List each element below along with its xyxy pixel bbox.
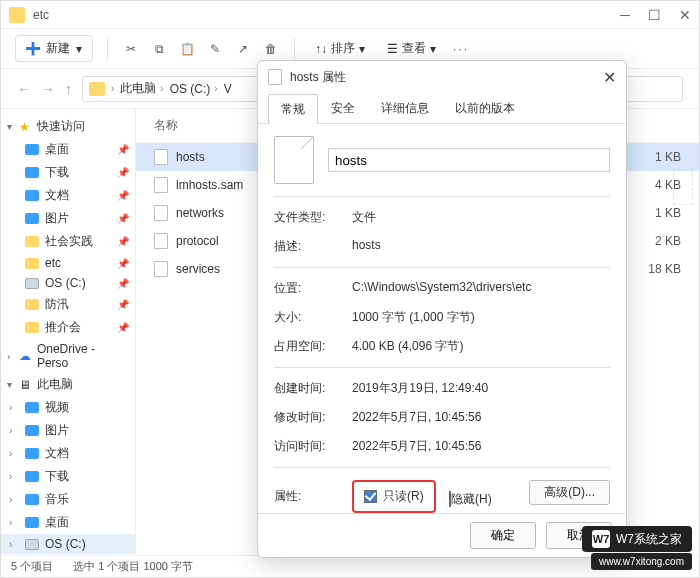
folder-icon [89,82,105,96]
forward-button[interactable]: → [41,81,55,97]
sidebar-item[interactable]: ›OS (C:) [1,534,135,554]
pin-icon: 📌 [117,258,129,269]
sort-button[interactable]: ↑↓ 排序 ▾ [309,40,371,57]
tab-details[interactable]: 详细信息 [368,93,442,123]
attributes-label: 属性: [274,488,352,505]
sidebar-item[interactable]: ›文档 [1,442,135,465]
ok-button[interactable]: 确定 [470,522,536,549]
new-label: 新建 [46,40,70,57]
folder-icon [25,425,39,436]
sidebar-item[interactable]: 桌面📌 [1,138,135,161]
breadcrumb-seg[interactable]: V [224,82,232,96]
caret-right-icon: › [9,494,17,505]
sidebar-item[interactable]: 社会实践📌 [1,230,135,253]
view-button[interactable]: ☰ 查看 ▾ [381,40,442,57]
size-value: 1000 字节 (1,000 字节) [352,309,610,326]
sort-label: 排序 [331,40,355,57]
file-name: networks [176,206,224,220]
titlebar: etc ─ ☐ ✕ [1,1,699,29]
quick-access-header[interactable]: ▾ ★ 快速访问 [1,115,135,138]
sidebar-item[interactable]: 下载📌 [1,161,135,184]
maximize-button[interactable]: ☐ [648,7,661,23]
up-button[interactable]: ↑ [65,81,72,97]
back-button[interactable]: ← [17,81,31,97]
sort-icon: ↑↓ [315,42,327,56]
pin-icon: 📌 [117,236,129,247]
chevron-right-icon: › [160,83,163,94]
readonly-checkbox[interactable] [364,490,377,503]
sidebar-item[interactable]: ›音乐 [1,488,135,511]
more-button[interactable]: ··· [452,40,470,58]
sidebar-item[interactable]: 推介会📌 [1,316,135,339]
disk-value: 4.00 KB (4,096 字节) [352,338,610,355]
sidebar-item[interactable]: ›视频 [1,396,135,419]
sidebar-label: 防汛 [45,296,69,313]
watermark-logo: W7 [592,530,610,548]
caret-right-icon: › [9,402,17,413]
close-button[interactable]: ✕ [679,7,691,23]
item-count: 5 个项目 [11,559,53,574]
copy-icon[interactable]: ⧉ [150,40,168,58]
filename-input[interactable] [328,148,610,172]
watermark-brand: W7系统之家 [616,531,682,548]
sidebar-item[interactable]: 图片📌 [1,207,135,230]
sidebar-label: OS (C:) [45,537,86,551]
delete-icon[interactable]: 🗑 [262,40,280,58]
folder-icon [25,190,39,201]
sidebar-item[interactable]: ›下载 [1,465,135,488]
readonly-highlight: 只读(R) [352,480,436,513]
minimize-button[interactable]: ─ [620,7,630,23]
sidebar-item[interactable]: ›图片 [1,419,135,442]
this-pc-header[interactable]: ▾ 🖥 此电脑 [1,373,135,396]
tab-general[interactable]: 常规 [268,94,318,124]
accessed-label: 访问时间: [274,438,352,455]
chevron-right-icon: › [111,83,114,94]
star-icon: ★ [19,120,33,134]
onedrive-header[interactable]: › ☁ OneDrive - Perso [1,339,135,373]
cut-icon[interactable]: ✂ [122,40,140,58]
sidebar-item[interactable]: 防汛📌 [1,293,135,316]
new-button[interactable]: 新建 ▾ [15,35,93,62]
caret-right-icon: › [9,471,17,482]
sidebar-item[interactable]: ›桌面 [1,511,135,534]
share-icon[interactable]: ↗ [234,40,252,58]
sidebar-item[interactable]: etc📌 [1,253,135,273]
view-icon: ☰ [387,42,398,56]
created-label: 创建时间: [274,380,352,397]
dialog-tabs: 常规 安全 详细信息 以前的版本 [258,93,626,124]
folder-icon [25,236,39,247]
sidebar-item[interactable]: ›新加卷 (D:) [1,554,135,555]
sidebar-label: 文档 [45,445,69,462]
tab-security[interactable]: 安全 [318,93,368,123]
window-buttons: ─ ☐ ✕ [620,7,691,23]
breadcrumb-seg[interactable]: 此电脑 [120,80,156,97]
size-label: 大小: [274,309,352,326]
file-name: protocol [176,234,219,248]
disk-label: 占用空间: [274,338,352,355]
pin-icon: 📌 [117,213,129,224]
quick-access-label: 快速访问 [37,118,85,135]
rename-icon[interactable]: ✎ [206,40,224,58]
sidebar-label: 社会实践 [45,233,93,250]
readonly-label: 只读(R) [383,488,424,505]
folder-icon [25,402,39,413]
disk-icon [25,278,39,289]
file-name: services [176,262,220,276]
onedrive-label: OneDrive - Perso [37,342,129,370]
tab-previous[interactable]: 以前的版本 [442,93,528,123]
dialog-close-button[interactable]: ✕ [603,68,616,87]
location-label: 位置: [274,280,352,297]
sidebar-item[interactable]: 文档📌 [1,184,135,207]
paste-icon[interactable]: 📋 [178,40,196,58]
file-size: 1 KB [655,206,681,220]
watermark: W7 W7系统之家 [582,526,692,552]
sidebar-label: etc [45,256,61,270]
sidebar-item[interactable]: OS (C:)📌 [1,273,135,293]
caret-right-icon: › [9,448,17,459]
dialog-titlebar: hosts 属性 ✕ [258,61,626,93]
pin-icon: 📌 [117,167,129,178]
advanced-button[interactable]: 高级(D)... [529,480,610,505]
breadcrumb-seg[interactable]: OS (C:) [170,82,211,96]
file-icon [154,233,168,249]
hidden-checkbox[interactable] [449,491,451,507]
